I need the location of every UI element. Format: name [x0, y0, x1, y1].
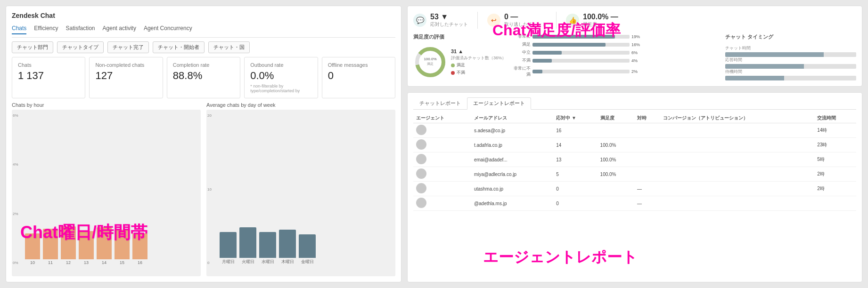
agent-table: エージェントメールアドレス応対中 ▼満足度対時コンバージョン（アトリビューション… — [413, 113, 856, 211]
cell-2-5 — [660, 152, 815, 167]
stat-key-1: 満足 — [514, 41, 531, 48]
kpi-value-0: 53 ▼ — [430, 13, 468, 21]
cell-3-5 — [660, 167, 815, 182]
right-column: 💬 53 ▼ 応対したチャット ↩ 0 — 取り逃したチャット 👍 100.0%… — [407, 6, 862, 282]
nav-tab-satisfaction[interactable]: Satisfaction — [66, 25, 95, 34]
bar-group: 火曜日 — [239, 227, 256, 265]
bar — [61, 226, 76, 259]
stat-bar-fill-0 — [532, 35, 615, 39]
filter-チャット・国[interactable]: チャット・国 — [208, 41, 250, 53]
report-tab-エージェントレポート[interactable]: エージェントレポート — [467, 97, 531, 110]
stat-val-0: 19% — [631, 34, 645, 39]
filter-チャットタイプ[interactable]: チャットタイプ — [57, 41, 104, 53]
bar — [43, 229, 58, 259]
cell-1-6: 23時 — [814, 138, 856, 152]
cell-5-2: 0 — [553, 196, 597, 211]
chart-by-hour-title: Chats by hour — [12, 102, 201, 108]
metric-card-2: Completion rate 88.8% — [167, 57, 240, 98]
kpi-value-2: 100.0% — — [583, 13, 618, 21]
nav-tab-agent-activity[interactable]: Agent activity — [103, 25, 136, 34]
stat-val-1: 16% — [631, 42, 645, 47]
bar-group: 月曜日 — [220, 232, 237, 265]
cell-5-6 — [814, 196, 856, 211]
y-label: 0 — [207, 261, 212, 265]
agent-table-head: エージェントメールアドレス応対中 ▼満足度対時コンバージョン（アトリビューション… — [413, 113, 856, 123]
table-row: utashma.co.jp0—2時 — [413, 182, 856, 196]
filter-チャット・開始者[interactable]: チャット・開始者 — [153, 41, 205, 53]
bar-label: 木曜日 — [281, 259, 294, 265]
timing-section-title: チャット タイミング — [725, 33, 856, 40]
stat-key-2: 中立 — [514, 49, 531, 56]
cell-2-4 — [634, 152, 660, 167]
kpi-item-2: 👍 100.0% — 満足度 — [566, 13, 618, 28]
cell-4-6: 2時 — [814, 182, 856, 196]
metric-value-1: 127 — [95, 70, 156, 82]
bar-group: 木曜日 — [279, 230, 296, 265]
legend-item: 満足 — [451, 62, 506, 68]
agent-avatar-0 — [416, 125, 426, 135]
metric-card-0: Chats 1 137 — [12, 57, 85, 98]
col-header-6: 交流時間 — [814, 113, 856, 123]
satisfaction-section-title: 満足度の評価 — [413, 33, 506, 40]
y-axis-hour: 6%4%2%0% — [13, 113, 18, 265]
bar-label: 水曜日 — [262, 259, 274, 265]
chart-by-hour-area: 6%4%2%0% 10111213141516 — [12, 110, 201, 276]
stat-val-4: 2% — [631, 69, 645, 74]
cell-1-0 — [413, 138, 471, 152]
donut-section: 100.0% 満足 31 ▲ 評価済みチャット数（36%） 満足不満 — [413, 45, 506, 79]
timing-label-2: 待機時間 — [725, 69, 856, 75]
cell-4-5 — [660, 182, 815, 196]
agent-avatar-5 — [416, 198, 426, 208]
total-sublabel: 評価済みチャット数（36%） — [451, 55, 506, 61]
kpi-icon-2: 👍 — [566, 14, 579, 27]
timing-section: チャット タイミング チャット時間 応答時間 待機時間 — [725, 33, 856, 80]
table-row: @adethla.ms.jp0— — [413, 196, 856, 211]
stat-val-3: 4% — [631, 58, 645, 63]
svg-text:100.0%: 100.0% — [424, 57, 436, 61]
nav-tab-chats[interactable]: Chats — [12, 25, 26, 34]
cell-0-3 — [598, 123, 634, 138]
y-axis-day: 20100 — [207, 113, 212, 265]
total-label: 31 ▲ — [451, 48, 506, 54]
stat-key-3: 不満 — [514, 57, 531, 64]
stat-key-0: 非常に — [514, 33, 531, 40]
agent-avatar-1 — [416, 139, 426, 150]
stat-row-1: 満足 16% — [514, 41, 645, 48]
timing-bar-fill-0 — [725, 52, 824, 57]
bar-label: 14 — [102, 260, 106, 265]
nav-tab-efficiency[interactable]: Efficiency — [34, 25, 58, 34]
cell-3-0 — [413, 167, 471, 182]
bar-group: 11 — [43, 229, 58, 265]
nav-tab-agent-concurrency[interactable]: Agent Concurrency — [144, 25, 192, 34]
bar-label: 16 — [138, 260, 142, 265]
cell-0-2: 16 — [553, 123, 597, 138]
kpi-info-2: 100.0% — 満足度 — [583, 13, 618, 28]
y-label: 10 — [207, 187, 212, 192]
stat-row-3: 不満 4% — [514, 57, 645, 64]
bar-label: 13 — [84, 260, 89, 265]
report-tab-チャットレポート[interactable]: チャットレポート — [413, 97, 467, 109]
metric-card-1: Non-completed chats 127 — [89, 57, 163, 98]
stat-val-2: 6% — [631, 50, 645, 55]
agent-avatar-3 — [416, 168, 426, 179]
kpi-icon-1: ↩ — [487, 14, 500, 27]
metrics-row: Chats 1 137 Non-completed chats 127 Comp… — [12, 57, 395, 98]
filter-チャット完了[interactable]: チャット完了 — [107, 41, 149, 53]
y-label: 20 — [207, 113, 212, 118]
bar-group: 金曜日 — [299, 234, 316, 265]
cell-2-3: 100.0% — [598, 152, 634, 167]
stat-bar-bg-1 — [532, 43, 630, 47]
timing-bar-bg-2 — [725, 76, 856, 80]
filter-チャット部門[interactable]: チャット部門 — [12, 41, 53, 53]
cell-2-6: 5時 — [814, 152, 856, 167]
bar — [132, 233, 147, 259]
stat-bar-fill-4 — [532, 70, 542, 73]
metric-label-4: Offline messages — [328, 62, 389, 68]
timing-label-1: 応答時間 — [725, 57, 856, 63]
bar-label: 12 — [66, 260, 71, 265]
timing-items: チャット時間 応答時間 待機時間 — [725, 45, 856, 80]
chart-by-hour: Chats by hour 6%4%2%0% 10111213141516 — [12, 102, 201, 276]
col-header-4: 対時 — [634, 113, 660, 123]
donut-legend: 満足不満 — [451, 62, 506, 76]
cell-0-0 — [413, 123, 471, 138]
